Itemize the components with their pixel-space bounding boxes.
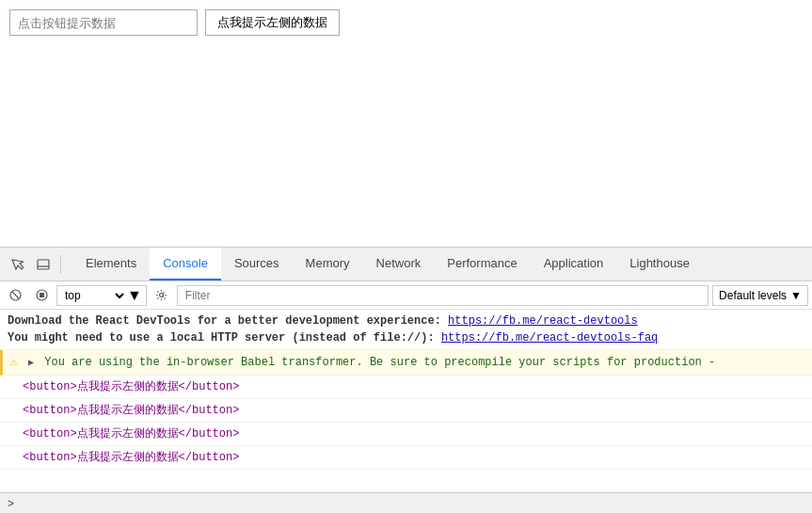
- tab-sources[interactable]: Sources: [221, 248, 293, 281]
- levels-chevron-icon: ▼: [790, 289, 802, 302]
- filter-input[interactable]: [177, 285, 709, 306]
- console-output: Download the React DevTools for a better…: [0, 310, 812, 492]
- react-devtools-link[interactable]: https://fb.me/react-devtools: [448, 314, 638, 328]
- device-icon[interactable]: [30, 251, 56, 278]
- dom-text-4: <button>点我提示左侧的数据</button>: [23, 451, 239, 464]
- console-dom-row-1: <button>点我提示左侧的数据</button>: [0, 376, 812, 399]
- tab-lighthouse[interactable]: Lighthouse: [616, 248, 703, 281]
- clear-console-button[interactable]: [4, 284, 26, 307]
- react-devtools-faq-link[interactable]: https://fb.me/react-devtools-faq: [441, 331, 658, 345]
- context-select[interactable]: top: [61, 288, 127, 303]
- svg-line-3: [12, 292, 19, 298]
- dom-text-1: <button>点我提示左侧的数据</button>: [23, 380, 239, 393]
- default-levels-selector[interactable]: Default levels ▼: [712, 285, 808, 306]
- tab-separator: [60, 255, 61, 274]
- console-dom-row-3: <button>点我提示左侧的数据</button>: [0, 423, 812, 446]
- levels-label: Default levels: [719, 289, 787, 302]
- select-chevron-icon: ▼: [127, 287, 142, 304]
- svg-rect-5: [40, 293, 44, 297]
- console-footer: >: [0, 492, 812, 513]
- svg-point-6: [160, 294, 164, 297]
- inspect-icon[interactable]: [4, 251, 30, 278]
- tab-console[interactable]: Console: [150, 248, 221, 281]
- expand-arrow-icon[interactable]: ▶: [28, 358, 34, 368]
- console-toolbar: top ▼ Default levels ▼: [0, 281, 812, 310]
- console-dom-row-4: <button>点我提示左侧的数据</button>: [0, 446, 812, 470]
- tab-memory[interactable]: Memory: [293, 248, 363, 281]
- warning-text: You are using the in-browser Babel trans…: [44, 356, 715, 369]
- tab-elements[interactable]: Elements: [72, 248, 150, 281]
- devtools-panel: Elements Console Sources Memory Network …: [0, 247, 812, 513]
- tab-network[interactable]: Network: [363, 248, 435, 281]
- svg-rect-0: [38, 260, 49, 269]
- console-caret: >: [8, 497, 14, 510]
- page-input[interactable]: [9, 9, 198, 36]
- stop-button[interactable]: [30, 284, 53, 307]
- dom-text-3: <button>点我提示左侧的数据</button>: [23, 427, 239, 441]
- console-dom-row-2: <button>点我提示左侧的数据</button>: [0, 399, 812, 423]
- devtools-tabs: Elements Console Sources Memory Network …: [72, 248, 703, 281]
- settings-icon[interactable]: [151, 284, 173, 307]
- warning-icon: ⚠: [10, 355, 18, 369]
- console-message-warning: ⚠ ▶ You are using the in-browser Babel t…: [0, 350, 812, 376]
- page-button[interactable]: 点我提示左侧的数据: [205, 9, 340, 36]
- devtools-tabbar: Elements Console Sources Memory Network …: [0, 248, 812, 281]
- tab-performance[interactable]: Performance: [434, 248, 530, 281]
- dom-text-2: <button>点我提示左侧的数据</button>: [23, 404, 239, 417]
- context-select-wrapper[interactable]: top ▼: [56, 285, 147, 306]
- page-area: 点我提示左侧的数据: [0, 0, 812, 247]
- tab-application[interactable]: Application: [531, 248, 617, 281]
- react-devtools-text: Download the React DevTools for a better…: [8, 314, 448, 328]
- http-server-text: You might need to use a local HTTP serve…: [8, 331, 441, 345]
- console-message-react-devtools: Download the React DevTools for a better…: [0, 310, 812, 350]
